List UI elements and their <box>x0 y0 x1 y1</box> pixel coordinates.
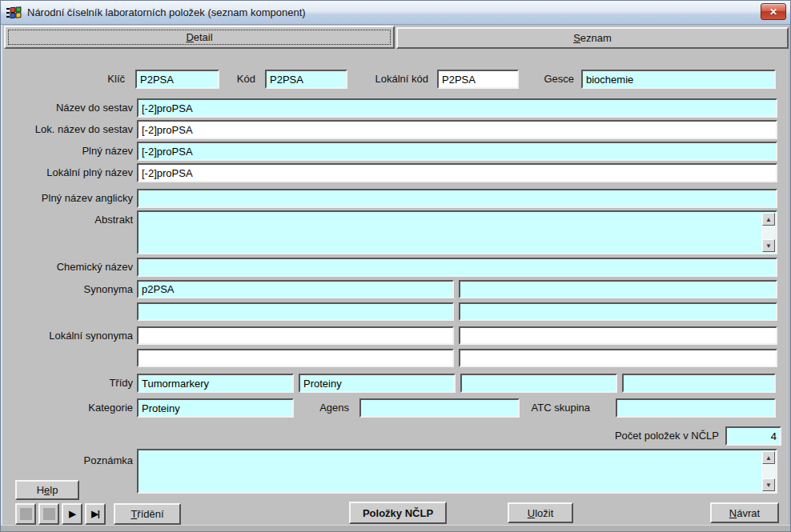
tridy-input-1[interactable] <box>137 374 294 393</box>
lokalni-synonyma-input-2[interactable] <box>459 326 777 345</box>
lokalni-synonyma-label: Lokální synonyma <box>1 330 133 342</box>
poznamka-scrollbar[interactable]: ▲ ▼ <box>761 451 775 491</box>
poznamka-textarea[interactable] <box>139 450 761 492</box>
scroll-up-icon: ▲ <box>765 454 772 462</box>
agens-label: Agens <box>269 402 349 414</box>
chemicky-nazev-input[interactable] <box>137 258 777 277</box>
tridy-label: Třídy <box>1 377 133 389</box>
atc-skupina-label: ATC skupina <box>494 402 590 414</box>
plny-nazev-anglicky-input[interactable] <box>137 189 777 208</box>
scroll-down-icon: ▼ <box>765 242 772 250</box>
polozky-nclp-button-label: Položky NČLP <box>363 507 433 519</box>
lok-nazev-do-sestav-label: Lok. název do sestav <box>1 123 133 135</box>
close-button[interactable]: ✕ <box>761 3 786 20</box>
lokalni-synonyma-input-4[interactable] <box>459 349 777 367</box>
navrat-button-label: Návrat <box>729 507 760 519</box>
previous-record-icon <box>43 508 55 520</box>
trideni-button-label: Třídění <box>130 508 163 520</box>
plny-nazev-anglicky-label: Plný název anglicky <box>1 192 133 204</box>
gesce-label: Gesce <box>494 73 574 85</box>
nav-first-button[interactable] <box>15 503 36 525</box>
nav-next-button[interactable]: ▶ <box>62 503 82 525</box>
ulozit-button[interactable]: Uložit <box>508 502 573 523</box>
abstrakt-scrollbar[interactable]: ▲ ▼ <box>761 213 775 252</box>
scroll-up-button[interactable]: ▲ <box>762 213 775 226</box>
gesce-input[interactable] <box>581 70 776 89</box>
abstrakt-label: Abstrakt <box>1 214 133 226</box>
next-record-icon: ▶ <box>69 509 74 519</box>
kod-label: Kód <box>191 73 255 85</box>
tab-detail-label: Detail <box>186 31 212 43</box>
window-edge-bottom <box>1 525 790 531</box>
synonyma-input-4[interactable] <box>459 302 777 321</box>
trideni-button[interactable]: Třídění <box>114 503 181 525</box>
close-icon: ✕ <box>769 7 777 17</box>
nav-previous-button[interactable] <box>38 503 59 525</box>
tridy-input-4[interactable] <box>622 374 776 393</box>
tab-detail[interactable]: Detail <box>4 26 395 49</box>
lokalni-synonyma-input-3[interactable] <box>137 349 454 367</box>
first-record-icon <box>20 508 32 520</box>
lokalni-plny-nazev-input[interactable] <box>137 163 777 182</box>
plny-nazev-input[interactable] <box>137 142 777 161</box>
lok-nazev-do-sestav-input[interactable] <box>137 120 777 139</box>
pocet-polozek-label: Počet položek v NČLP <box>559 430 719 442</box>
tridy-input-3[interactable] <box>460 374 617 393</box>
last-record-icon: ▶| <box>91 509 99 519</box>
window-title: Národní číselník laboratorních položek (… <box>27 6 306 18</box>
poznamka-area: ▲ ▼ <box>137 449 777 494</box>
scroll-down-button[interactable]: ▼ <box>762 478 775 491</box>
klic-label: Klíč <box>45 73 125 85</box>
lokalni-plny-nazev-label: Lokální plný název <box>1 166 133 178</box>
nazev-do-sestav-label: Název do sestav <box>1 102 133 114</box>
scroll-up-button[interactable]: ▲ <box>762 451 775 464</box>
nav-last-button[interactable]: ▶| <box>85 503 106 525</box>
windows-logo-icon <box>6 5 22 21</box>
lokalni-kod-label: Lokální kód <box>332 73 428 85</box>
ulozit-button-label: Uložit <box>528 507 554 519</box>
app-window: Národní číselník laboratorních položek (… <box>0 0 791 532</box>
synonyma-input-1[interactable] <box>137 280 454 298</box>
navrat-button[interactable]: Návrat <box>710 502 779 523</box>
pocet-polozek-input[interactable] <box>725 426 781 446</box>
tab-seznam-label: Seznam <box>573 32 612 44</box>
polozky-nclp-button[interactable]: Položky NČLP <box>349 502 447 524</box>
tab-seznam[interactable]: Seznam <box>396 27 789 49</box>
abstrakt-textarea[interactable] <box>139 212 761 253</box>
kategorie-label: Kategorie <box>1 402 133 414</box>
abstrakt-area: ▲ ▼ <box>137 210 777 254</box>
scroll-down-icon: ▼ <box>765 482 772 489</box>
atc-skupina-input[interactable] <box>616 398 776 418</box>
window-edge-right <box>789 25 790 531</box>
plny-nazev-label: Plný název <box>1 145 133 157</box>
poznamka-label: Poznámka <box>1 454 133 466</box>
scroll-down-button[interactable]: ▼ <box>762 239 775 252</box>
chemicky-nazev-label: Chemický název <box>1 261 133 273</box>
scroll-up-icon: ▲ <box>765 216 772 223</box>
tridy-input-2[interactable] <box>299 374 456 393</box>
synonyma-label: Synonyma <box>1 283 133 295</box>
lokalni-synonyma-input-1[interactable] <box>137 326 454 345</box>
nazev-do-sestav-input[interactable] <box>137 98 777 118</box>
synonyma-input-2[interactable] <box>459 280 777 298</box>
help-button-label: Help <box>37 484 58 496</box>
synonyma-input-3[interactable] <box>137 302 454 321</box>
title-bar: Národní číselník laboratorních položek (… <box>1 1 790 25</box>
help-button[interactable]: Help <box>15 480 79 500</box>
